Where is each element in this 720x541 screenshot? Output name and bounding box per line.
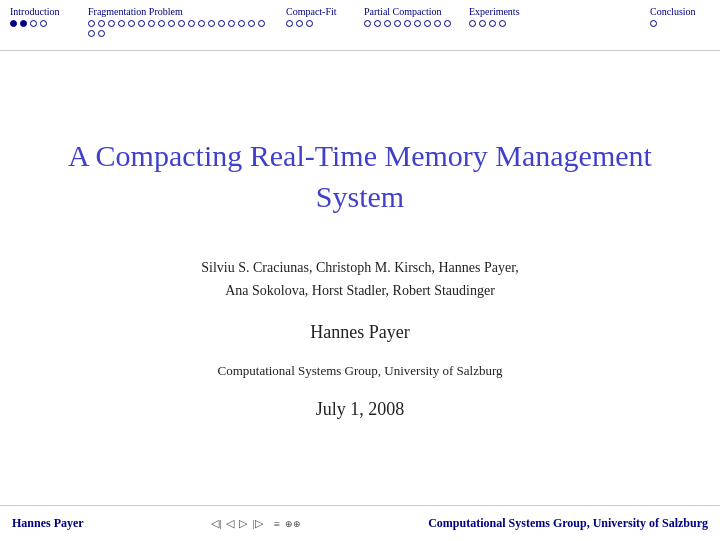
- nav-section-experiments[interactable]: Experiments: [469, 6, 529, 27]
- date: July 1, 2008: [316, 399, 405, 420]
- dot-fragmentation-problem-12[interactable]: [208, 20, 215, 27]
- nav-label-partial-compaction: Partial Compaction: [364, 6, 442, 17]
- dot-compact-fit-2[interactable]: [306, 20, 313, 27]
- dot-compact-fit-1[interactable]: [296, 20, 303, 27]
- dot-introduction-1[interactable]: [20, 20, 27, 27]
- nav-dots-introduction: [10, 20, 47, 27]
- nav-label-conclusion: Conclusion: [650, 6, 696, 17]
- nav-prev-icon[interactable]: ◁: [226, 517, 234, 530]
- nav-label-fragmentation-problem: Fragmentation Problem: [88, 6, 183, 17]
- nav-dots-experiments: [469, 20, 506, 27]
- dot-experiments-3[interactable]: [499, 20, 506, 27]
- dot-partial-compaction-1[interactable]: [374, 20, 381, 27]
- dot-fragmentation-problem-15[interactable]: [238, 20, 245, 27]
- dot-partial-compaction-2[interactable]: [384, 20, 391, 27]
- nav-section-partial-compaction[interactable]: Partial Compaction: [364, 6, 451, 27]
- dot-partial-compaction-4[interactable]: [404, 20, 411, 27]
- dot-partial-compaction-5[interactable]: [414, 20, 421, 27]
- dot-conclusion-0[interactable]: [650, 20, 657, 27]
- nav-last-icon[interactable]: |▷: [252, 517, 262, 530]
- dot-fragmentation-problem-16[interactable]: [248, 20, 255, 27]
- dot-fragmentation-problem-18[interactable]: [88, 30, 95, 37]
- dot-fragmentation-problem-8[interactable]: [168, 20, 175, 27]
- slide-title: A Compacting Real-Time Memory Management…: [60, 136, 660, 217]
- authors-line1: Silviu S. Craciunas, Christoph M. Kirsch…: [201, 257, 519, 279]
- dot-partial-compaction-8[interactable]: [444, 20, 451, 27]
- nav-label-introduction: Introduction: [10, 6, 59, 17]
- dot-fragmentation-problem-0[interactable]: [88, 20, 95, 27]
- nav-label-experiments: Experiments: [469, 6, 520, 17]
- nav-zoom-icon[interactable]: ⊕⊕: [285, 519, 301, 529]
- footer-left: Hannes Payer: [12, 516, 84, 531]
- footer-right: Computational Systems Group, University …: [428, 516, 708, 531]
- nav-dots-fragmentation-problem: [88, 20, 268, 37]
- nav-section-conclusion[interactable]: Conclusion: [650, 6, 710, 27]
- dot-partial-compaction-0[interactable]: [364, 20, 371, 27]
- dot-fragmentation-problem-5[interactable]: [138, 20, 145, 27]
- dot-partial-compaction-3[interactable]: [394, 20, 401, 27]
- nav-dots-conclusion: [650, 20, 657, 27]
- dot-fragmentation-problem-6[interactable]: [148, 20, 155, 27]
- dot-partial-compaction-6[interactable]: [424, 20, 431, 27]
- dot-fragmentation-problem-3[interactable]: [118, 20, 125, 27]
- dot-fragmentation-problem-1[interactable]: [98, 20, 105, 27]
- dot-introduction-3[interactable]: [40, 20, 47, 27]
- dot-fragmentation-problem-13[interactable]: [218, 20, 225, 27]
- nav-section-fragmentation-problem[interactable]: Fragmentation Problem: [88, 6, 268, 37]
- dot-partial-compaction-7[interactable]: [434, 20, 441, 27]
- dot-fragmentation-problem-17[interactable]: [258, 20, 265, 27]
- nav-first-icon[interactable]: ◁|: [211, 517, 221, 530]
- footer: Hannes Payer ◁| ◁ ▷ |▷ ≡ ⊕⊕ Computationa…: [0, 505, 720, 541]
- dot-fragmentation-problem-11[interactable]: [198, 20, 205, 27]
- nav-section-introduction[interactable]: Introduction: [10, 6, 70, 27]
- nav-dots-compact-fit: [286, 20, 313, 27]
- dot-experiments-1[interactable]: [479, 20, 486, 27]
- top-navigation: IntroductionFragmentation ProblemCompact…: [0, 0, 720, 50]
- dot-fragmentation-problem-19[interactable]: [98, 30, 105, 37]
- dot-fragmentation-problem-14[interactable]: [228, 20, 235, 27]
- dot-fragmentation-problem-7[interactable]: [158, 20, 165, 27]
- authors-line2: Ana Sokolova, Horst Stadler, Robert Stau…: [201, 280, 519, 302]
- dot-fragmentation-problem-9[interactable]: [178, 20, 185, 27]
- nav-dots-partial-compaction: [364, 20, 451, 27]
- authors: Silviu S. Craciunas, Christoph M. Kirsch…: [201, 257, 519, 302]
- nav-label-compact-fit: Compact-Fit: [286, 6, 337, 17]
- dot-introduction-2[interactable]: [30, 20, 37, 27]
- dot-experiments-2[interactable]: [489, 20, 496, 27]
- slide-content: A Compacting Real-Time Memory Management…: [0, 51, 720, 505]
- dot-compact-fit-0[interactable]: [286, 20, 293, 27]
- presenter: Hannes Payer: [310, 322, 409, 343]
- nav-next-icon[interactable]: ▷: [239, 517, 247, 530]
- footer-nav-icons[interactable]: ◁| ◁ ▷ |▷ ≡ ⊕⊕: [211, 517, 301, 530]
- dot-introduction-0[interactable]: [10, 20, 17, 27]
- nav-section-compact-fit[interactable]: Compact-Fit: [286, 6, 346, 27]
- dot-experiments-0[interactable]: [469, 20, 476, 27]
- institution: Computational Systems Group, University …: [217, 363, 502, 379]
- nav-menu-icon[interactable]: ≡: [274, 518, 280, 530]
- dot-fragmentation-problem-10[interactable]: [188, 20, 195, 27]
- dot-fragmentation-problem-4[interactable]: [128, 20, 135, 27]
- dot-fragmentation-problem-2[interactable]: [108, 20, 115, 27]
